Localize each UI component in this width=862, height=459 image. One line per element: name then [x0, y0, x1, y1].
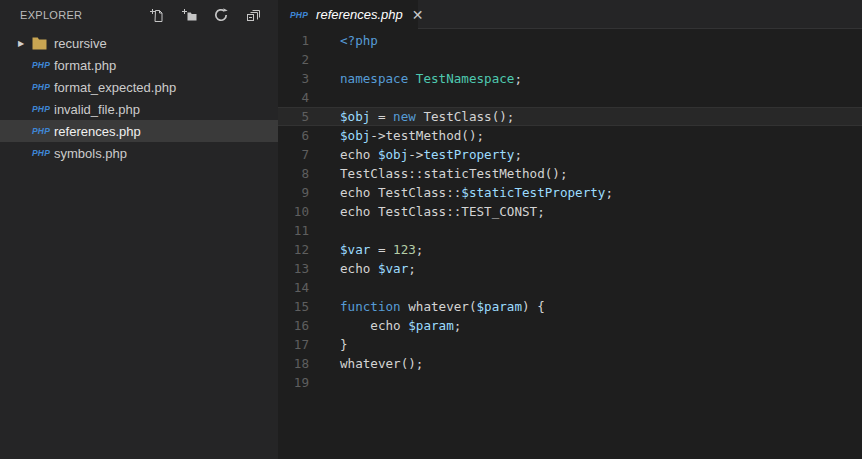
tree-item-label: format_expected.php — [54, 80, 176, 95]
code-text: whatever(); — [309, 354, 423, 373]
php-file-icon: PHP — [32, 104, 54, 114]
code-line-8[interactable]: 8TestClass::staticTestMethod(); — [278, 164, 862, 183]
line-number: 4 — [278, 88, 309, 107]
tree-item-label: references.php — [54, 124, 141, 139]
tree-file-invalid-file-php[interactable]: PHPinvalid_file.php — [0, 98, 278, 120]
new-file-button[interactable] — [148, 6, 166, 24]
collapse-all-icon — [245, 7, 261, 23]
code-line-12[interactable]: 12$var = 123; — [278, 240, 862, 259]
code-text — [309, 373, 340, 392]
php-file-icon: PHP — [32, 60, 54, 70]
code-text — [309, 278, 340, 297]
tree-file-format-expected-php[interactable]: PHPformat_expected.php — [0, 76, 278, 98]
line-number: 14 — [278, 278, 309, 297]
code-text: echo TestClass::$staticTestProperty; — [309, 183, 613, 202]
tree-item-label: format.php — [54, 58, 116, 73]
tab-references-php[interactable]: PHP references.php ✕ — [278, 0, 418, 29]
line-number: 1 — [278, 31, 309, 50]
tree-file-format-php[interactable]: PHPformat.php — [0, 54, 278, 76]
code-line-15[interactable]: 15function whatever($param) { — [278, 297, 862, 316]
explorer-header: EXPLORER — [0, 0, 278, 30]
collapse-all-button[interactable] — [244, 6, 262, 24]
line-number: 6 — [278, 126, 309, 145]
code-line-13[interactable]: 13echo $var; — [278, 259, 862, 278]
tree-item-label: symbols.php — [54, 146, 127, 161]
code-line-11[interactable]: 11 — [278, 221, 862, 240]
code-line-19[interactable]: 19 — [278, 373, 862, 392]
code-line-6[interactable]: 6$obj->testMethod(); — [278, 126, 862, 145]
line-number: 9 — [278, 183, 309, 202]
code-line-16[interactable]: 16 echo $param; — [278, 316, 862, 335]
code-line-7[interactable]: 7echo $obj->testProperty; — [278, 145, 862, 164]
chevron-right-icon: ▶ — [18, 39, 32, 48]
line-number: 11 — [278, 221, 309, 240]
code-text: echo $param; — [309, 316, 461, 335]
code-line-17[interactable]: 17} — [278, 335, 862, 354]
explorer-sidebar: EXPLORER ▶recursivePHPformat.phpPHPforma… — [0, 0, 278, 459]
code-text: echo TestClass::TEST_CONST; — [309, 202, 545, 221]
vscode-window: EXPLORER ▶recursivePHPformat.phpPHPforma… — [0, 0, 862, 459]
tree-file-references-php[interactable]: PHPreferences.php — [0, 120, 278, 142]
line-number: 19 — [278, 373, 309, 392]
line-number: 17 — [278, 335, 309, 354]
line-number: 3 — [278, 69, 309, 88]
code-text — [309, 88, 340, 107]
line-number: 15 — [278, 297, 309, 316]
file-tree: ▶recursivePHPformat.phpPHPformat_expecte… — [0, 32, 278, 164]
editor-area: PHP references.php ✕ 1<?php23namespace T… — [278, 0, 862, 459]
code-line-3[interactable]: 3namespace TestNamespace; — [278, 69, 862, 88]
code-text: $var = 123; — [309, 240, 423, 259]
refresh-button[interactable] — [212, 6, 230, 24]
code-line-18[interactable]: 18whatever(); — [278, 354, 862, 373]
code-text: $obj->testMethod(); — [309, 126, 484, 145]
code-text: <?php — [309, 31, 378, 50]
code-line-2[interactable]: 2 — [278, 50, 862, 69]
php-file-icon: PHP — [32, 126, 54, 136]
code-text: TestClass::staticTestMethod(); — [309, 164, 567, 183]
line-number: 13 — [278, 259, 309, 278]
folder-icon — [32, 37, 54, 50]
tab-label: references.php — [316, 7, 403, 22]
code-editor[interactable]: 1<?php23namespace TestNamespace;45$obj =… — [278, 29, 862, 459]
line-number: 16 — [278, 316, 309, 335]
code-text — [309, 221, 340, 240]
php-file-icon: PHP — [32, 82, 54, 92]
code-line-1[interactable]: 1<?php — [278, 31, 862, 50]
line-number: 18 — [278, 354, 309, 373]
php-file-icon: PHP — [290, 10, 308, 20]
code-text: namespace TestNamespace; — [309, 69, 522, 88]
line-number: 10 — [278, 202, 309, 221]
code-text: echo $var; — [309, 259, 416, 278]
refresh-icon — [213, 7, 229, 23]
new-folder-icon — [181, 7, 197, 23]
code-line-14[interactable]: 14 — [278, 278, 862, 297]
explorer-title: EXPLORER — [20, 9, 82, 21]
line-number: 7 — [278, 145, 309, 164]
code-line-10[interactable]: 10echo TestClass::TEST_CONST; — [278, 202, 862, 221]
code-text: function whatever($param) { — [309, 297, 545, 316]
tree-item-label: invalid_file.php — [54, 102, 140, 117]
line-number: 8 — [278, 164, 309, 183]
new-file-icon — [149, 7, 165, 23]
line-number: 12 — [278, 240, 309, 259]
tab-bar: PHP references.php ✕ — [278, 0, 862, 29]
explorer-actions — [148, 6, 278, 24]
code-text: $obj = new TestClass(); — [309, 107, 514, 126]
php-file-icon: PHP — [32, 148, 54, 158]
tree-item-label: recursive — [54, 36, 107, 51]
code-text: echo $obj->testProperty; — [309, 145, 522, 164]
new-folder-button[interactable] — [180, 6, 198, 24]
close-icon[interactable]: ✕ — [412, 8, 424, 22]
code-line-4[interactable]: 4 — [278, 88, 862, 107]
tree-file-symbols-php[interactable]: PHPsymbols.php — [0, 142, 278, 164]
tree-folder-recursive[interactable]: ▶recursive — [0, 32, 278, 54]
line-number: 5 — [278, 107, 309, 126]
code-text — [309, 50, 340, 69]
code-line-9[interactable]: 9echo TestClass::$staticTestProperty; — [278, 183, 862, 202]
code-text: } — [309, 335, 348, 354]
code-line-5[interactable]: 5$obj = new TestClass(); — [278, 107, 862, 126]
line-number: 2 — [278, 50, 309, 69]
